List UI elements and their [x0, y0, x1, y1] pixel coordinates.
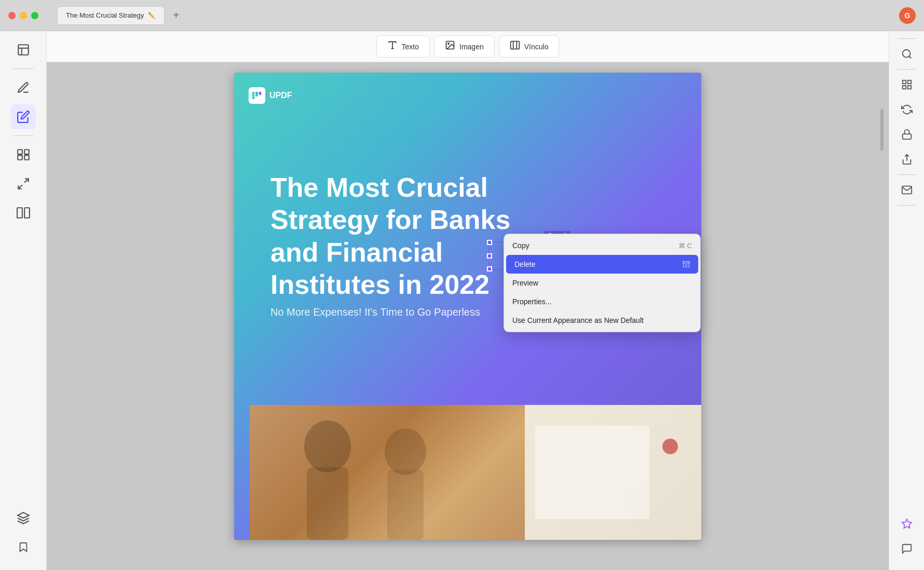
- selection-handle-bl[interactable]: [487, 266, 492, 272]
- imagen-label: Imagen: [459, 43, 484, 51]
- minimize-button[interactable]: [20, 12, 27, 19]
- updf-logo: UPDF: [249, 87, 292, 104]
- preview-menu-item[interactable]: Preview: [504, 274, 700, 292]
- svg-line-31: [909, 56, 911, 58]
- top-toolbar: Texto Imagen Vínculo: [47, 31, 889, 62]
- properties-label: Properties...: [512, 297, 551, 306]
- scrollbar-track[interactable]: [880, 78, 884, 389]
- bottom-image-area: [250, 405, 535, 540]
- right-divider-3: [898, 205, 916, 206]
- content-area: Texto Imagen Vínculo: [47, 31, 889, 570]
- texto-button[interactable]: Texto: [376, 35, 430, 58]
- use-appearance-label: Use Current Appearance as New Default: [512, 316, 644, 324]
- svg-point-21: [304, 420, 351, 472]
- traffic-lights: [8, 12, 38, 19]
- svg-rect-27: [683, 262, 690, 263]
- svg-point-25: [662, 439, 678, 454]
- sidebar-bottom: [11, 506, 36, 564]
- svg-line-7: [24, 179, 29, 183]
- new-tab-button[interactable]: +: [169, 8, 183, 23]
- scrollbar-thumb[interactable]: [880, 109, 884, 151]
- protect-button[interactable]: [896, 124, 918, 145]
- right-divider-top: [898, 38, 916, 39]
- svg-line-8: [18, 185, 22, 189]
- share-button[interactable]: [896, 148, 918, 170]
- texto-label: Texto: [402, 43, 419, 51]
- pdf-subtitle: No More Expenses! It's Time to Go Paperl…: [270, 306, 480, 318]
- svg-rect-35: [907, 86, 911, 89]
- svg-rect-19: [259, 92, 262, 95]
- ocr-button[interactable]: [896, 74, 918, 96]
- copy-label: Copy: [512, 241, 529, 250]
- preview-label: Preview: [512, 279, 538, 287]
- chat-button[interactable]: [896, 538, 918, 560]
- whiteboard-area: [525, 405, 701, 540]
- svg-rect-5: [18, 155, 22, 160]
- svg-point-23: [385, 428, 426, 475]
- sidebar-item-bookmark[interactable]: [11, 535, 36, 560]
- email-button[interactable]: [896, 179, 918, 201]
- convert-button[interactable]: [896, 99, 918, 120]
- svg-marker-11: [18, 512, 29, 518]
- right-divider-2: [898, 174, 916, 175]
- sidebar-item-layers[interactable]: [11, 506, 36, 531]
- svg-rect-6: [24, 155, 29, 160]
- svg-rect-3: [18, 150, 22, 154]
- svg-point-15: [448, 43, 450, 45]
- svg-rect-17: [252, 92, 255, 100]
- use-appearance-menu-item[interactable]: Use Current Appearance as New Default: [504, 311, 700, 330]
- svg-rect-36: [902, 134, 911, 139]
- right-divider-1: [898, 69, 916, 70]
- active-tab[interactable]: The Most Crucial Strategy ✏️: [57, 6, 165, 25]
- context-menu: Copy ⌘ C Delete Preview Properties...: [504, 234, 701, 332]
- updf-logo-icon: [249, 87, 265, 104]
- svg-rect-16: [510, 42, 519, 49]
- avatar: G: [899, 7, 916, 24]
- imagen-button[interactable]: Imagen: [434, 35, 495, 58]
- svg-point-30: [902, 50, 910, 58]
- svg-rect-26: [535, 426, 649, 519]
- sidebar-item-compress[interactable]: [11, 171, 36, 196]
- delete-shortcut: [683, 261, 690, 268]
- maximize-button[interactable]: [31, 12, 38, 19]
- vinculo-label: Vínculo: [524, 43, 549, 51]
- magic-button[interactable]: [896, 513, 918, 535]
- svg-rect-32: [902, 80, 905, 84]
- tab-area: The Most Crucial Strategy ✏️ +: [57, 6, 183, 25]
- delete-menu-item[interactable]: Delete: [506, 255, 698, 274]
- sidebar-item-annotate[interactable]: [11, 75, 36, 100]
- search-button[interactable]: [896, 43, 918, 65]
- copy-shortcut: ⌘ C: [678, 242, 692, 250]
- svg-rect-22: [307, 467, 348, 540]
- svg-rect-4: [24, 150, 29, 154]
- properties-menu-item[interactable]: Properties...: [504, 292, 700, 311]
- svg-rect-33: [907, 80, 911, 84]
- svg-rect-9: [17, 208, 22, 218]
- main-layout: Texto Imagen Vínculo: [0, 31, 924, 570]
- pdf-canvas: UPDF The Most Crucial Strategy for Banks…: [47, 62, 889, 570]
- titlebar: The Most Crucial Strategy ✏️ + G: [0, 0, 924, 31]
- updf-logo-text: UPDF: [269, 91, 292, 100]
- selection-handle-tl[interactable]: [487, 240, 492, 245]
- sidebar-divider-2: [13, 135, 34, 136]
- svg-rect-10: [24, 208, 30, 218]
- imagen-icon: [445, 40, 455, 53]
- sidebar-item-reader[interactable]: [11, 37, 36, 62]
- sidebar-item-edit[interactable]: [11, 104, 36, 129]
- close-button[interactable]: [8, 12, 16, 19]
- texto-icon: [387, 40, 398, 53]
- delete-label: Delete: [514, 260, 535, 268]
- svg-rect-24: [387, 470, 424, 540]
- svg-rect-34: [902, 86, 905, 89]
- edit-icon[interactable]: ✏️: [148, 12, 156, 19]
- selection-handle-ml[interactable]: [487, 253, 492, 259]
- sidebar-divider-1: [13, 69, 34, 69]
- right-sidebar-bottom: [896, 513, 918, 564]
- vinculo-icon: [510, 40, 520, 53]
- sidebar-item-compare[interactable]: [11, 200, 36, 225]
- copy-menu-item[interactable]: Copy ⌘ C: [504, 236, 700, 255]
- tab-title: The Most Crucial Strategy: [66, 11, 144, 19]
- sidebar-item-organize[interactable]: [11, 142, 36, 167]
- right-sidebar: [889, 31, 924, 570]
- vinculo-button[interactable]: Vínculo: [499, 35, 560, 58]
